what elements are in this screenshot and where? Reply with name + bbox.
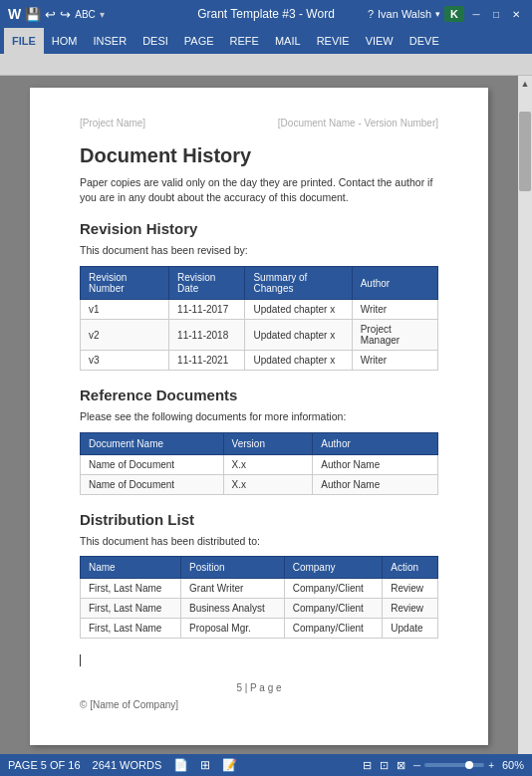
copyright: © [Name of Company] xyxy=(80,699,438,710)
scroll-up-arrow[interactable]: ▲ xyxy=(518,76,532,92)
tab-mail[interactable]: MAIL xyxy=(267,28,309,54)
tab-insert[interactable]: INSER xyxy=(86,28,135,54)
dist-name-1: First, Last Name xyxy=(81,579,181,599)
page-header: [Project Name] [Document Name - Version … xyxy=(80,118,438,129)
zoom-level: 60% xyxy=(502,759,524,771)
distribution-table-header-row: Name Position Company Action xyxy=(81,557,438,579)
col-summary: Summary of Changes xyxy=(245,267,352,300)
ref-ver-2: X.x xyxy=(223,474,313,494)
status-right: ⊟ ⊡ ⊠ ─ + 60% xyxy=(363,759,524,772)
intro-text: Paper copies are valid only on the day t… xyxy=(80,175,438,204)
tab-page[interactable]: PAGE xyxy=(176,28,222,54)
proofing-icon[interactable]: 📄 xyxy=(173,758,188,772)
document-scroll[interactable]: [Project Name] [Document Name - Version … xyxy=(0,76,518,754)
col-company: Company xyxy=(284,557,383,579)
track-icon[interactable]: 📝 xyxy=(222,758,237,772)
view-web-icon[interactable]: ⊠ xyxy=(397,759,405,772)
status-left: PAGE 5 OF 16 2641 WORDS 📄 ⊞ 📝 xyxy=(8,758,237,772)
reference-heading: Reference Documents xyxy=(80,387,438,403)
user-dropdown[interactable]: ▾ xyxy=(435,9,440,19)
revision-heading: Revision History xyxy=(80,220,438,237)
restore-button[interactable]: □ xyxy=(488,6,504,22)
col-version: Version xyxy=(223,432,313,454)
ref-author-2: Author Name xyxy=(313,474,438,494)
rev-summary-3: Updated chapter x xyxy=(245,351,352,371)
tab-home[interactable]: HOM xyxy=(44,28,86,54)
text-cursor xyxy=(80,654,81,666)
doc-title: Document History xyxy=(80,144,438,167)
doc-name-placeholder: [Document Name - Version Number] xyxy=(278,118,438,129)
rev-date-3: 11-11-2021 xyxy=(169,351,245,371)
rev-num-3: v3 xyxy=(81,351,169,371)
spell-icon[interactable]: ABC xyxy=(75,9,96,20)
dist-name-2: First, Last Name xyxy=(81,599,181,619)
word-icon: W xyxy=(8,6,21,22)
rev-summary-1: Updated chapter x xyxy=(245,300,352,320)
scroll-thumb[interactable] xyxy=(519,112,531,191)
dist-pos-2: Business Analyst xyxy=(181,599,285,619)
tab-view[interactable]: VIEW xyxy=(358,28,401,54)
document-area: [Project Name] [Document Name - Version … xyxy=(0,76,532,754)
dist-company-1: Company/Client xyxy=(284,579,383,599)
layout-icon[interactable]: ⊞ xyxy=(200,758,210,772)
tab-file[interactable]: FILE xyxy=(4,28,44,54)
zoom-thumb[interactable] xyxy=(465,761,473,769)
tab-references[interactable]: REFE xyxy=(222,28,267,54)
col-position: Position xyxy=(181,557,285,579)
status-bar: PAGE 5 OF 16 2641 WORDS 📄 ⊞ 📝 ⊟ ⊡ ⊠ ─ + … xyxy=(0,754,532,776)
revision-row-1: v1 11-11-2017 Updated chapter x Writer xyxy=(81,300,438,320)
page-number: 5 | P a g e xyxy=(80,682,438,693)
rev-num-1: v1 xyxy=(81,300,169,320)
col-action: Action xyxy=(383,557,438,579)
rev-author-3: Writer xyxy=(352,351,437,371)
distribution-heading: Distribution List xyxy=(80,511,438,528)
vertical-scrollbar[interactable]: ▲ xyxy=(518,76,532,754)
revision-table: Revision Number Revision Date Summary of… xyxy=(80,266,438,371)
revision-subtext: This document has been revised by: xyxy=(80,243,438,258)
ribbon-toolbar xyxy=(0,54,532,76)
tab-developer[interactable]: DEVE xyxy=(401,28,447,54)
reference-row-2: Name of Document X.x Author Name xyxy=(81,474,438,494)
zoom-out-button[interactable]: ─ xyxy=(413,760,420,771)
cursor-position xyxy=(80,652,438,665)
revision-row-2: v2 11-11-2018 Updated chapter x Project … xyxy=(81,320,438,351)
minimize-button[interactable]: ─ xyxy=(468,6,484,22)
dist-action-1: Review xyxy=(383,579,438,599)
rev-date-1: 11-11-2017 xyxy=(169,300,245,320)
distribution-subtext: This document has been distributed to: xyxy=(80,534,438,549)
help-button[interactable]: ? xyxy=(368,8,374,20)
zoom-track[interactable] xyxy=(424,763,484,767)
view-read-icon[interactable]: ⊡ xyxy=(380,759,389,772)
title-bar: W 💾 ↩ ↪ ABC ▾ Grant Template #3 - Word ?… xyxy=(0,0,532,28)
rev-author-1: Writer xyxy=(352,300,437,320)
ref-doc-1: Name of Document xyxy=(81,454,224,474)
ref-author-1: Author Name xyxy=(313,454,438,474)
tab-design[interactable]: DESI xyxy=(134,28,176,54)
dist-company-3: Company/Client xyxy=(284,619,383,639)
view-normal-icon[interactable]: ⊟ xyxy=(363,759,372,772)
col-name: Name xyxy=(81,557,181,579)
revision-row-3: v3 11-11-2021 Updated chapter x Writer xyxy=(81,351,438,371)
zoom-in-button[interactable]: + xyxy=(488,760,494,771)
tab-review[interactable]: REVIE xyxy=(309,28,358,54)
zoom-bar: ─ + xyxy=(413,760,494,771)
redo-icon[interactable]: ↪ xyxy=(60,7,71,22)
distribution-table: Name Position Company Action First, Last… xyxy=(80,556,438,639)
rev-num-2: v2 xyxy=(81,320,169,351)
col-author: Author xyxy=(352,267,437,300)
col-revision-date: Revision Date xyxy=(169,267,245,300)
rev-author-2: Project Manager xyxy=(352,320,437,351)
col-ref-author: Author xyxy=(313,432,438,454)
undo-icon[interactable]: ↩ xyxy=(45,7,56,22)
rev-summary-2: Updated chapter x xyxy=(245,320,352,351)
document-page: [Project Name] [Document Name - Version … xyxy=(30,88,488,745)
save-icon[interactable]: 💾 xyxy=(25,7,41,22)
dist-row-2: First, Last Name Business Analyst Compan… xyxy=(81,599,438,619)
dropdown-arrow[interactable]: ▾ xyxy=(100,9,105,20)
rev-date-2: 11-11-2018 xyxy=(169,320,245,351)
dist-row-1: First, Last Name Grant Writer Company/Cl… xyxy=(81,579,438,599)
dist-action-2: Review xyxy=(383,599,438,619)
user-avatar: K xyxy=(444,6,464,22)
close-button[interactable]: ✕ xyxy=(508,6,524,22)
dist-company-2: Company/Client xyxy=(284,599,383,619)
